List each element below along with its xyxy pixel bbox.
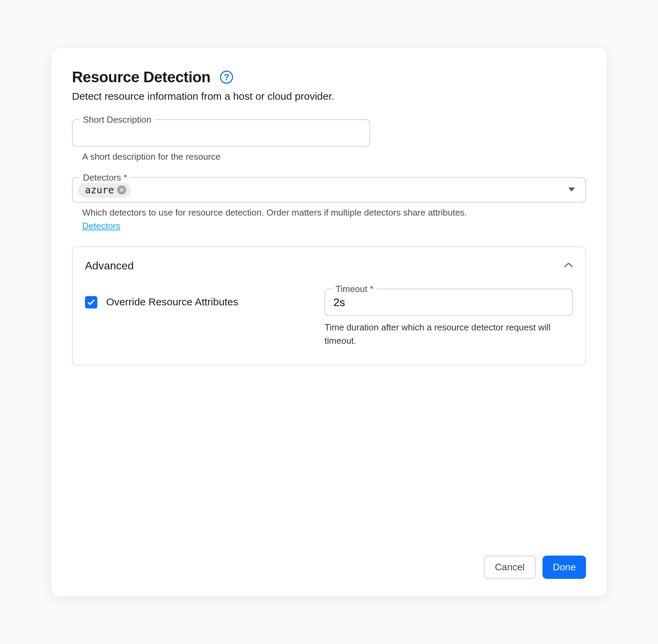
cancel-button[interactable]: Cancel	[484, 556, 536, 579]
form-body: Short Description A short description fo…	[72, 119, 586, 542]
advanced-panel: Advanced Override Resource Attributes	[72, 246, 586, 365]
detectors-helper: Which detectors to use for resource dete…	[82, 207, 586, 218]
dialog-footer: Cancel Done	[72, 542, 586, 579]
override-checkbox-label: Override Resource Attributes	[106, 296, 238, 308]
advanced-title: Advanced	[85, 259, 134, 272]
resource-detection-dialog: Resource Detection ? Detect resource inf…	[51, 48, 607, 596]
detectors-select[interactable]: Detectors * azure	[72, 177, 586, 203]
override-checkbox-row: Override Resource Attributes	[85, 289, 311, 348]
detectors-label: Detectors *	[80, 172, 131, 183]
short-description-outline: Short Description	[72, 119, 370, 147]
help-icon[interactable]: ?	[220, 71, 233, 84]
advanced-body: Override Resource Attributes Timeout * T…	[85, 289, 573, 348]
dialog-header: Resource Detection ? Detect resource inf…	[72, 69, 586, 102]
chevron-up-icon[interactable]	[564, 263, 573, 269]
timeout-field: Timeout * Time duration after which a re…	[325, 289, 573, 348]
done-button[interactable]: Done	[543, 556, 586, 579]
advanced-header[interactable]: Advanced	[85, 259, 573, 272]
timeout-helper: Time duration after which a resource det…	[325, 321, 573, 348]
short-description-label: Short Description	[80, 114, 155, 125]
detector-chip-label: azure	[85, 184, 114, 196]
dropdown-arrow-icon[interactable]	[568, 187, 575, 193]
detector-chip: azure	[78, 182, 131, 198]
detectors-link[interactable]: Detectors	[82, 221, 120, 231]
short-description-field: Short Description A short description fo…	[72, 119, 586, 162]
timeout-outline: Timeout *	[325, 289, 573, 316]
dialog-subtitle: Detect resource information from a host …	[72, 90, 586, 102]
timeout-label: Timeout *	[332, 284, 377, 294]
detectors-field: Detectors * azure Which dete	[72, 177, 586, 231]
dialog-title: Resource Detection	[72, 69, 210, 86]
close-icon[interactable]	[117, 185, 126, 194]
override-checkbox[interactable]	[85, 296, 97, 308]
short-description-helper: A short description for the resource	[82, 151, 586, 162]
svg-marker-2	[568, 187, 575, 192]
title-row: Resource Detection ?	[72, 69, 586, 86]
